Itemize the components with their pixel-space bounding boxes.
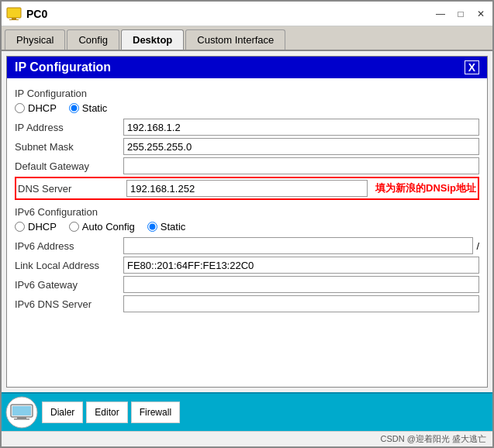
subnet-mask-label: Subnet Mask	[15, 141, 123, 153]
ipv6-section-label: IPv6 Configuration	[15, 206, 479, 218]
link-local-label: Link Local Address	[15, 260, 123, 271]
ipv6-dns-input[interactable]	[123, 295, 479, 312]
title-bar-left: PC0	[6, 6, 47, 22]
ipv6-gateway-input[interactable]	[123, 276, 479, 293]
dns-server-label: DNS Server	[18, 183, 126, 195]
ipv6-gateway-label: IPv6 Gateway	[15, 279, 123, 291]
firewall-button[interactable]: Firewall	[131, 401, 180, 423]
maximize-button[interactable]: □	[454, 7, 468, 21]
svg-rect-5	[12, 406, 31, 415]
static-radio[interactable]	[69, 103, 79, 113]
minimize-button[interactable]: —	[434, 7, 447, 21]
default-gateway-label: Default Gateway	[15, 160, 123, 172]
tab-custom-interface[interactable]: Custom Interface	[185, 29, 285, 50]
ipv6-static-radio[interactable]	[147, 222, 157, 232]
svg-rect-2	[9, 19, 19, 20]
title-bar: PC0 — □ ✕	[2, 2, 492, 26]
ipv6-address-row: IPv6 Address /	[15, 237, 479, 254]
svg-rect-0	[7, 8, 21, 18]
pc-icon	[5, 395, 39, 429]
ipv6-dns-row: IPv6 DNS Server	[15, 295, 479, 312]
ipv6-static-option[interactable]: Static	[147, 221, 186, 233]
close-window-button[interactable]: ✕	[474, 7, 488, 21]
panel-title: IP Configuration	[15, 60, 111, 74]
panel-header: IP Configuration X	[7, 57, 487, 78]
dhcp-option[interactable]: DHCP	[15, 102, 57, 114]
dhcp-label: DHCP	[28, 102, 57, 114]
tab-config[interactable]: Config	[67, 29, 119, 50]
dialer-button[interactable]: Dialer	[42, 401, 83, 423]
tab-physical[interactable]: Physical	[5, 29, 65, 50]
title-controls: — □ ✕	[434, 7, 488, 21]
panel-body: IP Configuration DHCP Static IP Address	[7, 78, 487, 387]
ip-config-panel: IP Configuration X IP Configuration DHCP…	[6, 56, 488, 388]
ipv6-radio-row: DHCP Auto Config Static	[15, 221, 479, 233]
main-content: IP Configuration X IP Configuration DHCP…	[2, 51, 492, 431]
ipv4-section-label: IP Configuration	[15, 88, 479, 99]
window-title: PC0	[26, 8, 47, 20]
dns-server-row-highlighted: DNS Server 填为新浪的DNSip地址	[15, 177, 479, 200]
dns-annotation: 填为新浪的DNSip地址	[375, 181, 476, 195]
subnet-mask-row: Subnet Mask	[15, 138, 479, 155]
ip-address-row: IP Address	[15, 119, 479, 136]
editor-button[interactable]: Editor	[86, 401, 127, 423]
status-text: CSDN @迎着阳光 盛大逃亡	[381, 434, 486, 443]
ipv6-dhcp-label: DHCP	[28, 221, 57, 233]
window: PC0 — □ ✕ Physical Config Desktop Custom…	[0, 0, 494, 448]
default-gateway-input[interactable]	[123, 157, 479, 174]
bottom-toolbar: Dialer Editor Firewall	[2, 392, 492, 431]
link-local-row: Link Local Address	[15, 257, 479, 274]
ipv6-address-input[interactable]	[123, 237, 473, 254]
svg-rect-6	[17, 417, 26, 419]
tab-bar: Physical Config Desktop Custom Interface	[2, 26, 492, 51]
app-icon	[6, 6, 22, 22]
status-bar: CSDN @迎着阳光 盛大逃亡	[2, 431, 492, 446]
ipv6-static-label: Static	[161, 221, 186, 233]
panel-close-button[interactable]: X	[465, 60, 479, 74]
default-gateway-row: Default Gateway	[15, 157, 479, 174]
ipv6-dhcp-radio[interactable]	[15, 222, 25, 232]
svg-rect-7	[14, 419, 29, 420]
subnet-mask-input[interactable]	[123, 138, 479, 155]
ipv6-gateway-row: IPv6 Gateway	[15, 276, 479, 293]
dhcp-radio[interactable]	[15, 103, 25, 113]
tab-desktop[interactable]: Desktop	[121, 29, 184, 50]
ipv6-auto-option[interactable]: Auto Config	[69, 221, 135, 233]
ipv6-section: IPv6 Configuration DHCP Auto Config	[15, 206, 479, 312]
ipv6-slash: /	[476, 240, 479, 252]
ip-address-label: IP Address	[15, 122, 123, 133]
ip-address-input[interactable]	[123, 119, 479, 136]
ipv6-auto-label: Auto Config	[82, 221, 135, 233]
ipv6-dhcp-option[interactable]: DHCP	[15, 221, 57, 233]
static-option[interactable]: Static	[69, 102, 108, 114]
dns-server-input[interactable]	[126, 180, 368, 197]
ipv4-radio-row: DHCP Static	[15, 102, 479, 114]
link-local-input[interactable]	[123, 257, 479, 274]
ipv6-auto-radio[interactable]	[69, 222, 79, 232]
ipv6-address-label: IPv6 Address	[15, 240, 123, 252]
svg-rect-1	[12, 18, 16, 19]
static-label: Static	[82, 102, 108, 114]
ipv6-dns-label: IPv6 DNS Server	[15, 298, 123, 310]
